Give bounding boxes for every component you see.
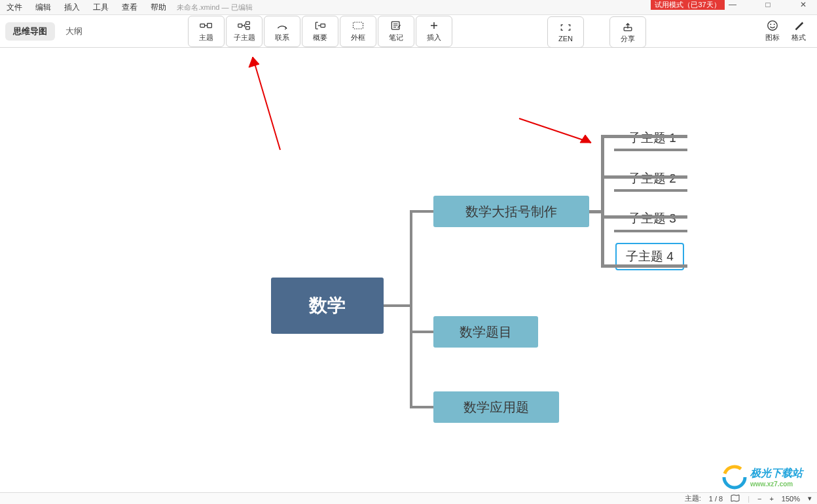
- note-label: 笔记: [389, 33, 403, 43]
- zoom-out-button[interactable]: −: [757, 495, 761, 503]
- svg-rect-6: [354, 22, 363, 29]
- menu-insert[interactable]: 插入: [58, 2, 86, 13]
- relation-label: 联系: [275, 33, 289, 43]
- connector: [384, 304, 412, 307]
- zen-label: ZEN: [558, 35, 573, 43]
- window-maximize-button[interactable]: □: [758, 0, 778, 9]
- map-icon[interactable]: [731, 494, 740, 503]
- summary-button[interactable]: 概要: [302, 16, 338, 47]
- connector: [589, 210, 601, 213]
- connector: [410, 331, 433, 333]
- toolbar-main-group: 主题 子主题 联系 概要 外框 笔记 插入: [187, 16, 453, 47]
- watermark: 极光下载站 www.xz7.com: [721, 463, 813, 491]
- toolbar: 思维导图 大纲 主题 子主题 联系 概要 外框 笔记 插入: [0, 15, 817, 48]
- insert-button[interactable]: 插入: [416, 16, 452, 47]
- svg-rect-5: [321, 24, 325, 27]
- share-label: 分享: [621, 34, 635, 44]
- connector: [601, 215, 687, 219]
- menu-view[interactable]: 查看: [115, 2, 144, 13]
- boundary-label: 外框: [351, 33, 365, 43]
- brush-icon: [793, 20, 805, 31]
- separator: |: [748, 495, 750, 503]
- branch-topic-1[interactable]: 数学大括号制作: [433, 196, 589, 227]
- window-minimize-button[interactable]: —: [723, 0, 742, 9]
- connector: [410, 210, 433, 213]
- status-bar: 主题: 1 / 8 | − + 150% ▾: [0, 492, 817, 504]
- sub-topic-1[interactable]: 子主题 1: [619, 126, 685, 151]
- format-label: 格式: [791, 33, 806, 43]
- share-button[interactable]: 分享: [609, 16, 646, 48]
- svg-point-10: [770, 24, 771, 25]
- summary-icon: [314, 20, 327, 31]
- format-button[interactable]: 格式: [787, 16, 810, 45]
- window-close-button[interactable]: ✕: [793, 0, 813, 9]
- watermark-title: 极光下载站: [750, 467, 803, 478]
- menu-tools[interactable]: 工具: [86, 2, 115, 13]
- svg-point-11: [774, 24, 775, 25]
- smiley-icon: [767, 20, 778, 31]
- zoom-dropdown-icon[interactable]: ▾: [808, 494, 812, 503]
- note-icon: [390, 20, 403, 31]
- insert-label: 插入: [427, 33, 441, 43]
- watermark-logo-icon: [721, 464, 748, 490]
- svg-rect-4: [246, 27, 250, 29]
- view-outline-button[interactable]: 大纲: [59, 22, 89, 41]
- svg-line-14: [519, 118, 591, 143]
- zoom-level: 150%: [782, 495, 800, 503]
- subtopic-label: 子主题: [234, 33, 255, 43]
- relation-icon: [276, 20, 289, 31]
- root-topic[interactable]: 数学: [271, 278, 384, 334]
- svg-rect-1: [208, 24, 212, 28]
- sub-topic-2[interactable]: 子主题 2: [619, 166, 685, 191]
- trial-mode-badge: 试用模式（已37天）: [651, 0, 725, 10]
- annotation-arrow-icon: [516, 115, 601, 154]
- view-mindmap-button[interactable]: 思维导图: [5, 22, 55, 41]
- topic-count: 1 / 8: [709, 495, 723, 503]
- topic-button[interactable]: 主题: [188, 16, 225, 47]
- document-title: 未命名.xmind — 已编辑: [177, 3, 253, 12]
- share-icon: [621, 21, 634, 33]
- marker-label: 图标: [765, 33, 780, 43]
- connector: [614, 189, 687, 192]
- boundary-icon: [352, 20, 365, 31]
- view-switch: 思维导图 大纲: [5, 22, 89, 41]
- note-button[interactable]: 笔记: [378, 16, 414, 47]
- connector: [601, 135, 687, 138]
- mindmap-canvas[interactable]: 数学 数学大括号制作 子主题 1 子主题 2 子主题 3 子主题 4 数学题目 …: [0, 48, 817, 492]
- zoom-in-button[interactable]: +: [769, 495, 773, 503]
- subtopic-button[interactable]: 子主题: [226, 16, 263, 47]
- svg-marker-15: [580, 135, 591, 143]
- branch-topic-3[interactable]: 数学应用题: [433, 391, 559, 423]
- sub-topic-3[interactable]: 子主题 3: [619, 206, 685, 231]
- zen-icon: [559, 22, 572, 33]
- svg-point-9: [768, 20, 777, 29]
- menu-file[interactable]: 文件: [0, 2, 29, 13]
- subtopic-icon: [238, 20, 251, 31]
- annotation-arrow-icon: [234, 45, 293, 156]
- connector: [614, 230, 687, 232]
- topic-label: 主题: [199, 33, 213, 43]
- connector: [410, 406, 433, 408]
- connector: [601, 135, 604, 268]
- watermark-url: www.xz7.com: [750, 480, 803, 488]
- window-controls: — □ ✕: [723, 0, 813, 9]
- menu-edit[interactable]: 编辑: [29, 2, 58, 13]
- summary-label: 概要: [313, 33, 327, 43]
- topic-count-label: 主题:: [685, 494, 701, 503]
- connector: [601, 175, 687, 179]
- zen-button[interactable]: ZEN: [547, 16, 584, 48]
- svg-rect-3: [246, 22, 250, 24]
- toolbar-right-group: 图标 格式: [761, 16, 810, 45]
- boundary-button[interactable]: 外框: [340, 16, 376, 47]
- svg-marker-13: [249, 57, 259, 67]
- svg-rect-0: [200, 24, 205, 27]
- marker-button[interactable]: 图标: [761, 16, 784, 45]
- menu-help[interactable]: 帮助: [144, 2, 173, 13]
- connector: [601, 264, 687, 268]
- topic-icon: [200, 20, 213, 31]
- connector: [410, 210, 412, 408]
- relation-button[interactable]: 联系: [264, 16, 300, 47]
- svg-line-12: [253, 57, 280, 150]
- branch-topic-2[interactable]: 数学题目: [433, 316, 538, 348]
- svg-rect-2: [238, 24, 242, 27]
